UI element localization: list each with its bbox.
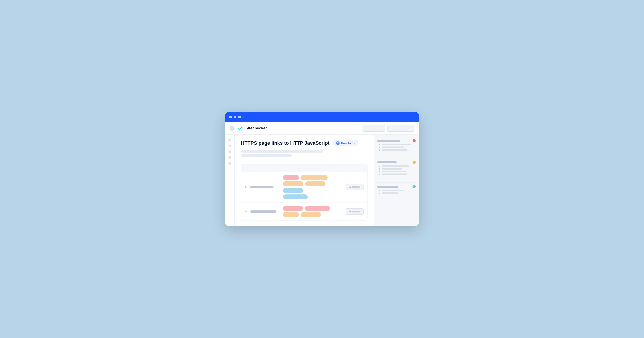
how-to-fix-icon: ? xyxy=(336,141,340,145)
tag xyxy=(283,181,303,186)
sidebar-sub-row xyxy=(379,190,416,191)
sidebar-dot-5 xyxy=(228,162,231,165)
action-btn-line xyxy=(352,186,360,188)
tag xyxy=(305,206,330,211)
sidebar-sub-dot xyxy=(379,147,380,148)
sidebar-divider-2 xyxy=(377,182,416,183)
sidebar-sub-dot xyxy=(379,168,380,170)
tag xyxy=(283,206,303,211)
page-title-row: HTTPS page links to HTTP JavaScript ? Ho… xyxy=(241,140,368,146)
window-dot-3 xyxy=(238,116,241,118)
tags-row-1-1 xyxy=(283,175,342,180)
sidebar-sub-line xyxy=(382,149,408,151)
main-layout: HTTPS page links to HTTP JavaScript ? Ho… xyxy=(225,135,419,226)
row-text-line-1 xyxy=(250,186,274,188)
sidebar-sub-line xyxy=(382,192,398,194)
sidebar-section-1-header xyxy=(377,139,416,142)
tag xyxy=(300,212,321,217)
logo-text: Sitechecker xyxy=(246,126,267,131)
sidebar-sub-line xyxy=(382,147,404,148)
sidebar-sub-line xyxy=(382,190,404,191)
row-text-1 xyxy=(250,186,280,188)
sidebar-divider-1 xyxy=(377,158,416,159)
sidebar-sub-row xyxy=(379,171,416,172)
sidebar-dot-1 xyxy=(228,139,231,141)
table-row xyxy=(241,203,367,220)
sidebar-sub-dot xyxy=(379,193,380,194)
sidebar-sub-line xyxy=(382,171,406,172)
action-button-2[interactable] xyxy=(346,208,364,215)
header-button-1[interactable] xyxy=(362,125,385,132)
subtitle-area xyxy=(241,150,368,157)
table-row xyxy=(241,172,367,203)
sidebar-sub-rows-3 xyxy=(377,190,416,194)
row-bullet-1 xyxy=(245,186,246,188)
tag xyxy=(283,194,308,199)
sidebar-section-1 xyxy=(377,139,416,152)
sidebar-section-2-header xyxy=(377,161,416,164)
sidebar-sub-dot xyxy=(379,171,380,172)
table-header xyxy=(241,164,367,172)
tag xyxy=(283,188,303,193)
sidebar-sub-row xyxy=(379,166,416,167)
tags-row-1-3 xyxy=(283,194,342,199)
action-btn-line xyxy=(352,211,360,212)
sidebar-dot-4 xyxy=(228,156,231,159)
tag xyxy=(305,181,326,186)
sidebar-sub-line xyxy=(382,168,402,170)
sidebar-badge-1 xyxy=(412,139,416,142)
browser-window: Sitechecker HTTPS page links to HTTP xyxy=(225,112,419,226)
sidebar-right xyxy=(374,135,419,226)
tags-row-2-2 xyxy=(283,212,342,217)
row-text-line-2 xyxy=(250,210,276,213)
sidebar-sub-dot xyxy=(379,190,380,191)
row-text-2 xyxy=(250,210,280,213)
sidebar-sub-rows-2 xyxy=(377,166,416,175)
window-dot-2 xyxy=(234,116,236,118)
action-btn-dot xyxy=(350,211,351,212)
how-to-fix-button[interactable]: ? How to fix xyxy=(332,140,358,146)
sidebar-badge-2 xyxy=(412,161,416,164)
action-button-1[interactable] xyxy=(346,184,364,190)
sidebar-sub-rows-1 xyxy=(377,144,416,151)
row-bullet-2 xyxy=(245,211,246,212)
sidebar-section-2 xyxy=(377,161,416,176)
tag xyxy=(300,175,328,180)
sidebar-sub-dot xyxy=(379,150,380,151)
tags-area-1 xyxy=(283,175,342,199)
tag xyxy=(283,175,299,180)
sidebar-sub-dot xyxy=(379,174,380,175)
action-btn-dot xyxy=(350,186,351,188)
window-dot-1 xyxy=(229,116,232,118)
sidebar-sub-row xyxy=(379,144,416,145)
sidebar-sub-line xyxy=(382,144,411,145)
sidebar-left xyxy=(225,135,234,226)
logo-area: Sitechecker xyxy=(237,125,360,131)
tag xyxy=(283,212,299,217)
sidebar-dot-2 xyxy=(228,145,231,147)
logo-icon xyxy=(237,125,244,131)
sidebar-dot-3 xyxy=(228,150,231,153)
sidebar-sub-row xyxy=(379,173,416,175)
sidebar-sub-row xyxy=(379,149,416,151)
tags-row-1-2 xyxy=(283,181,342,193)
nav-circle xyxy=(230,126,234,131)
tags-area-2 xyxy=(283,206,342,217)
sidebar-sub-row xyxy=(379,168,416,170)
sidebar-section-3 xyxy=(377,185,416,195)
sidebar-sub-dot xyxy=(379,144,380,145)
content-divider-1 xyxy=(241,161,368,161)
tags-row-2-1 xyxy=(283,206,342,211)
sidebar-sub-row xyxy=(379,147,416,148)
sidebar-label-1 xyxy=(377,140,400,142)
sidebar-sub-line xyxy=(382,173,408,175)
header-button-2[interactable] xyxy=(387,125,414,132)
sidebar-label-2 xyxy=(377,161,396,163)
sidebar-sub-line xyxy=(382,166,409,167)
sidebar-badge-3 xyxy=(412,185,416,188)
how-to-fix-label: How to fix xyxy=(341,142,355,145)
sidebar-sub-row xyxy=(379,192,416,194)
browser-titlebar xyxy=(225,112,419,122)
sidebar-sub-dot xyxy=(379,166,380,167)
table-area xyxy=(241,164,368,220)
